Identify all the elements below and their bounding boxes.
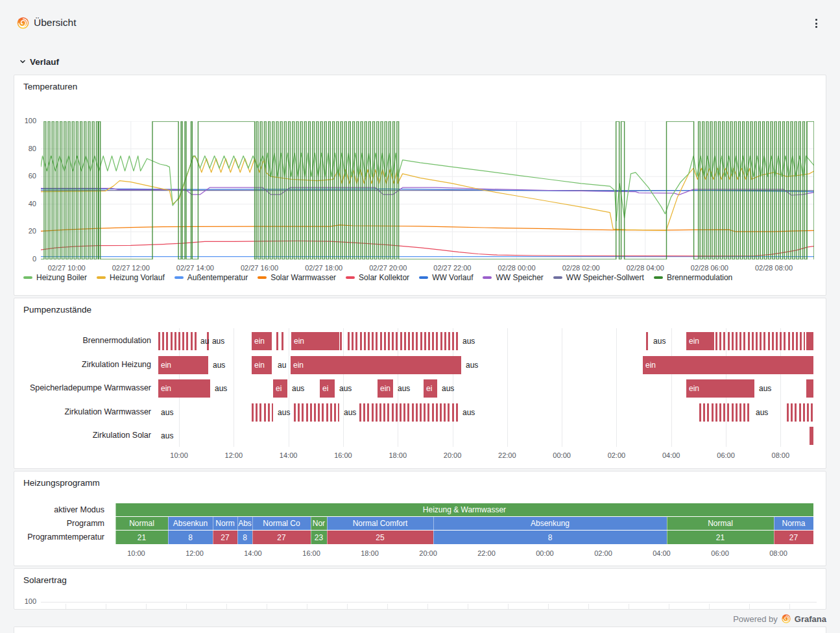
state-segment: ei — [273, 379, 287, 398]
state-segment: 8 — [237, 531, 252, 544]
x-tick-label: 02/27 10:00 — [48, 264, 86, 272]
state-value: aus — [653, 337, 666, 346]
panel-title[interactable]: Temperaturen — [23, 82, 77, 91]
panel-title[interactable]: Heizungsprogramm — [23, 478, 100, 488]
state-value: Absenkun — [168, 519, 213, 528]
state-value: 27 — [252, 533, 311, 542]
row-label: Programmtemperatur — [14, 532, 104, 542]
temperature-chart — [41, 121, 814, 259]
state-segment — [787, 403, 813, 422]
x-tick-label: 12:00 — [225, 451, 243, 459]
gridline — [548, 604, 549, 610]
panel-solarertrag: Solarertrag 100 — [14, 568, 826, 610]
state-value: ein — [645, 361, 656, 370]
state-segment — [806, 379, 813, 398]
state-value: aus — [398, 384, 410, 393]
x-tick-label: 10:00 — [170, 451, 188, 459]
x-tick-label: 02/28 06:00 — [691, 264, 728, 272]
legend-item[interactable]: WW Vorlauf — [419, 273, 473, 282]
x-tick-label: 04:00 — [662, 451, 680, 459]
row-verlauf[interactable]: Verlauf — [19, 55, 59, 68]
x-tick-label: 20:00 — [419, 549, 437, 557]
state-value: 8 — [168, 533, 213, 542]
gridline — [709, 604, 710, 610]
legend-label: WW Speicher-Sollwert — [566, 273, 644, 282]
x-tick-label: 02/27 16:00 — [241, 264, 278, 272]
x-tick-label: 02/27 18:00 — [305, 264, 342, 272]
state-segment: 27 — [774, 531, 813, 544]
gridline — [671, 328, 672, 447]
y-tick-label: 100 — [14, 117, 36, 125]
legend-item[interactable]: WW Speicher — [483, 273, 543, 282]
row-label: Zirkulation Warmwasser — [14, 407, 151, 416]
state-value: ein — [294, 337, 304, 346]
state-value: aus — [339, 384, 352, 393]
state-segment: Nor — [311, 517, 327, 530]
state-segment: Normal Co — [252, 517, 311, 530]
legend-label: Heizung Boiler — [36, 273, 87, 282]
legend-item[interactable]: WW Speicher-Sollwert — [553, 273, 644, 282]
panel-temperaturen: Temperaturen 020406080100 02/27 10:0002/… — [14, 75, 826, 296]
state-segment — [340, 332, 342, 350]
state-segment: Heizung & Warmwasser — [115, 503, 813, 516]
state-value: au — [278, 361, 286, 370]
x-tick-label: 02/27 22:00 — [433, 264, 471, 272]
legend-item[interactable]: Heizung Boiler — [23, 273, 87, 282]
x-tick-label: 04:00 — [653, 549, 671, 557]
state-segment — [359, 403, 458, 422]
legend-label: Heizung Vorlauf — [110, 273, 165, 282]
gridline — [234, 328, 234, 447]
gridline — [507, 328, 508, 447]
legend-item[interactable]: Solar Kollektor — [346, 273, 409, 282]
x-tick-label: 02:00 — [608, 451, 626, 459]
panel-title[interactable]: Pumpenzustände — [23, 305, 91, 315]
gridline — [669, 604, 669, 610]
state-value: ein — [254, 337, 265, 346]
state-segment — [810, 427, 813, 445]
gridline — [629, 604, 629, 610]
legend-item[interactable]: Heizung Vorlauf — [97, 273, 165, 282]
x-tick-label: 02/27 20:00 — [369, 264, 407, 272]
state-value: Norma — [774, 519, 813, 528]
state-value: Nor — [311, 519, 327, 528]
state-value: aus — [442, 384, 454, 393]
page-title: Übersicht — [34, 17, 76, 29]
y-tick-label: 20 — [14, 227, 36, 235]
state-value: aus — [161, 431, 173, 440]
state-value: ei — [426, 384, 432, 393]
x-tick-label: 02/27 12:00 — [112, 264, 150, 272]
gridline — [347, 604, 348, 610]
legend-swatch — [553, 276, 562, 279]
legend-label: Solar Warmwasser — [270, 273, 336, 282]
panel-title[interactable]: Solarertrag — [23, 575, 67, 585]
state-segment — [348, 332, 458, 350]
gridline — [468, 604, 468, 610]
legend-swatch — [23, 276, 32, 279]
legend-item[interactable]: Außentemperatur — [174, 273, 248, 282]
state-segment: Normal — [667, 517, 774, 530]
gridline — [186, 604, 187, 610]
x-tick-label: 14:00 — [244, 549, 262, 557]
kebab-menu-icon[interactable] — [811, 18, 821, 29]
state-segment: 21 — [667, 531, 774, 544]
legend-label: WW Speicher — [496, 273, 543, 282]
row-label: Zirkulation Heizung — [14, 360, 151, 369]
state-value: Normal Co — [252, 519, 311, 528]
state-segment: Normal Comfort — [327, 517, 433, 530]
legend-item[interactable]: Solar Warmwasser — [258, 273, 336, 282]
state-segment — [276, 332, 278, 350]
state-segment: 8 — [168, 531, 213, 544]
grafana-logo-icon — [781, 614, 791, 624]
state-value: 21 — [115, 533, 168, 542]
powered-by-footer[interactable]: Powered by Grafana — [733, 612, 826, 625]
state-value: aus — [278, 408, 290, 417]
legend-item[interactable]: Brennermodulation — [654, 273, 732, 282]
grafana-dashboard: Übersicht Verlauf Temperaturen 020406080… — [0, 0, 840, 633]
state-segment: ein — [252, 332, 272, 350]
chevron-down-icon — [19, 58, 26, 65]
legend-swatch — [97, 276, 106, 279]
state-segment: ein — [686, 379, 754, 398]
chart-legend: Heizung BoilerHeizung VorlaufAußentemper… — [23, 273, 821, 282]
gridline — [427, 604, 428, 610]
state-value: aus — [462, 408, 475, 417]
